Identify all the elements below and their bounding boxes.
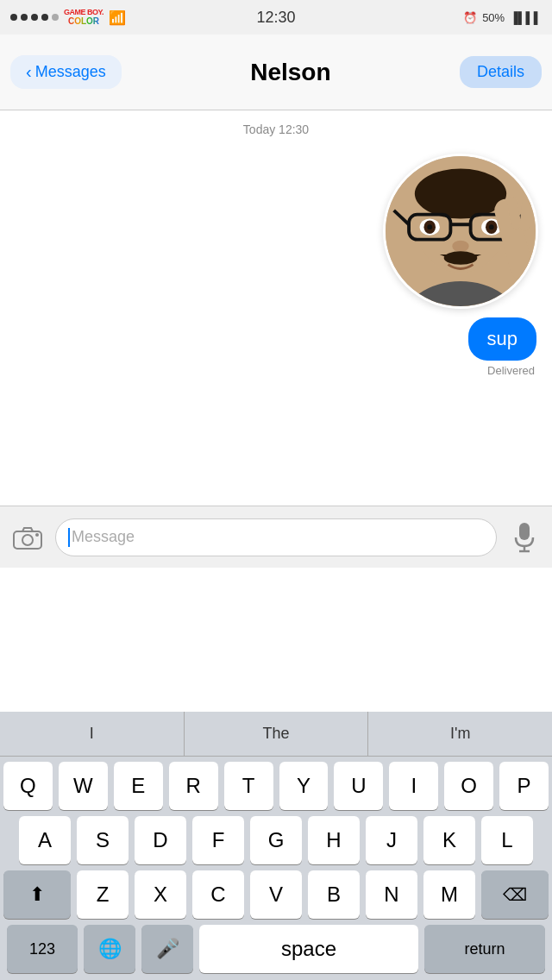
- key-k[interactable]: K: [423, 816, 475, 864]
- key-g[interactable]: G: [250, 816, 302, 864]
- space-key[interactable]: space: [199, 925, 418, 973]
- timestamp-label: Today 12:30: [0, 110, 552, 145]
- input-placeholder: Message: [72, 528, 135, 546]
- svg-point-23: [22, 535, 33, 545]
- svg-rect-25: [519, 523, 530, 540]
- key-o[interactable]: O: [444, 762, 493, 810]
- key-rows: Q W E R T Y U I O P A S D F G H J K L ⬆: [0, 757, 552, 980]
- battery-icon: ▐▌▌▌: [510, 11, 542, 24]
- key-u[interactable]: U: [334, 762, 383, 810]
- delivered-label: Delivered: [0, 364, 552, 377]
- keyboard-mic-key[interactable]: 🎤: [141, 925, 193, 973]
- avatar-container: [0, 145, 552, 309]
- svg-point-13: [427, 224, 432, 229]
- svg-point-17: [452, 241, 468, 253]
- gameboy-logo: GAME BOY.: [64, 9, 104, 16]
- prediction-item-1[interactable]: I: [0, 712, 185, 756]
- prediction-item-3[interactable]: I'm: [368, 712, 552, 756]
- shift-icon: ⬆: [29, 883, 45, 906]
- back-button-label: Messages: [35, 63, 106, 81]
- alarm-icon: ⏰: [463, 11, 477, 24]
- key-m[interactable]: M: [423, 870, 475, 919]
- key-x[interactable]: X: [135, 870, 186, 919]
- chevron-left-icon: ‹: [26, 62, 32, 82]
- return-key[interactable]: return: [424, 925, 545, 973]
- key-b[interactable]: B: [308, 870, 360, 919]
- key-v[interactable]: V: [250, 870, 302, 919]
- svg-point-18: [444, 251, 478, 264]
- signal-dots: [10, 14, 59, 21]
- battery-percent: 50%: [482, 11, 505, 24]
- key-p[interactable]: P: [499, 762, 549, 810]
- key-a[interactable]: A: [19, 816, 71, 864]
- key-n[interactable]: N: [366, 870, 417, 919]
- key-w[interactable]: W: [59, 762, 108, 810]
- camera-button[interactable]: [9, 518, 47, 556]
- status-right: ⏰ 50% ▐▌▌▌: [463, 11, 542, 24]
- details-button-label: Details: [477, 63, 524, 80]
- key-y[interactable]: Y: [279, 762, 329, 810]
- keyboard-mic-icon: 🎤: [156, 938, 179, 960]
- mic-icon: [512, 522, 536, 553]
- globe-key[interactable]: 🌐: [84, 925, 135, 973]
- chat-area: Today 12:30: [0, 110, 552, 506]
- message-row: sup: [0, 309, 552, 364]
- key-row-3: ⬆ Z X C V B N M ⌫: [3, 870, 549, 919]
- camera-icon: [13, 525, 42, 550]
- input-bar: Message: [0, 506, 552, 568]
- mic-button[interactable]: [505, 518, 543, 556]
- status-bar: GAME BOY. COLOR 📶 12:30 ⏰ 50% ▐▌▌▌: [0, 0, 552, 35]
- nav-bar: ‹ Messages Nelson Details: [0, 35, 552, 110]
- key-f[interactable]: F: [192, 816, 244, 864]
- delete-key[interactable]: ⌫: [481, 870, 549, 919]
- nav-title: Nelson: [250, 59, 330, 86]
- prediction-item-2[interactable]: The: [185, 712, 369, 756]
- back-button[interactable]: ‹ Messages: [10, 55, 122, 89]
- svg-point-16: [489, 224, 494, 229]
- prediction-bar: I The I'm: [0, 712, 552, 757]
- key-l[interactable]: L: [481, 816, 533, 864]
- key-row-1: Q W E R T Y U I O P: [3, 762, 549, 810]
- key-z[interactable]: Z: [77, 870, 129, 919]
- details-button[interactable]: Details: [460, 56, 542, 88]
- svg-point-24: [35, 533, 39, 537]
- message-input[interactable]: Message: [55, 518, 497, 556]
- key-e[interactable]: E: [114, 762, 163, 810]
- delete-icon: ⌫: [503, 884, 527, 905]
- key-j[interactable]: J: [366, 816, 417, 864]
- key-row-4: 123 🌐 🎤 space return: [3, 925, 549, 973]
- key-s[interactable]: S: [77, 816, 129, 864]
- key-t[interactable]: T: [224, 762, 273, 810]
- key-d[interactable]: D: [135, 816, 186, 864]
- keyboard: I The I'm Q W E R T Y U I O P A S D F: [0, 712, 552, 980]
- cursor: [68, 528, 70, 547]
- avatar: [383, 154, 538, 309]
- svg-point-3: [415, 169, 506, 219]
- globe-icon: 🌐: [98, 938, 122, 960]
- key-c[interactable]: C: [192, 870, 244, 919]
- key-i[interactable]: I: [389, 762, 438, 810]
- wifi-icon: 📶: [109, 9, 126, 26]
- status-time: 12:30: [256, 9, 295, 27]
- key-row-2: A S D F G H J K L: [3, 816, 549, 864]
- message-bubble: sup: [468, 317, 536, 361]
- key-h[interactable]: H: [308, 816, 360, 864]
- key-q[interactable]: Q: [3, 762, 53, 810]
- key-r[interactable]: R: [169, 762, 218, 810]
- shift-key[interactable]: ⬆: [3, 870, 71, 919]
- status-left: GAME BOY. COLOR 📶: [10, 9, 126, 26]
- gameboy-color-logo: COLOR: [68, 16, 99, 26]
- num-key[interactable]: 123: [7, 925, 78, 973]
